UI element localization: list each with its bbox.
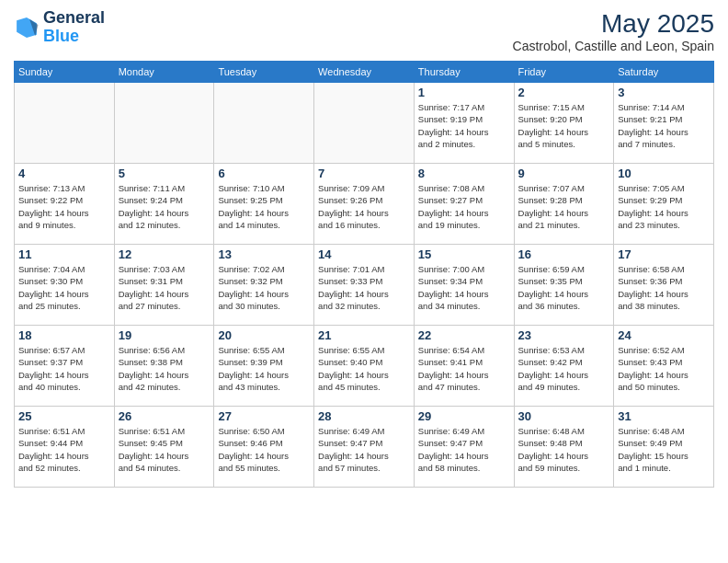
week-row-4: 18Sunrise: 6:57 AM Sunset: 9:37 PM Dayli… [15,326,714,407]
day-number: 21 [318,328,410,342]
day-detail: Sunrise: 7:17 AM Sunset: 9:19 PM Dayligh… [418,101,510,150]
calendar-cell: 20Sunrise: 6:55 AM Sunset: 9:39 PM Dayli… [214,326,314,407]
calendar-cell [214,83,314,164]
day-detail: Sunrise: 6:55 AM Sunset: 9:40 PM Dayligh… [318,344,410,393]
calendar-cell: 30Sunrise: 6:48 AM Sunset: 9:48 PM Dayli… [514,407,614,488]
calendar-body: 1Sunrise: 7:17 AM Sunset: 9:19 PM Daylig… [15,83,714,488]
day-detail: Sunrise: 6:48 AM Sunset: 9:49 PM Dayligh… [618,425,710,474]
main-title: May 2025 [513,9,714,39]
day-number: 10 [618,167,710,180]
day-detail: Sunrise: 7:14 AM Sunset: 9:21 PM Dayligh… [618,101,710,150]
day-detail: Sunrise: 6:57 AM Sunset: 9:37 PM Dayligh… [18,344,110,393]
calendar-cell: 31Sunrise: 6:48 AM Sunset: 9:49 PM Dayli… [614,407,714,488]
day-detail: Sunrise: 7:11 AM Sunset: 9:24 PM Dayligh… [119,182,210,231]
day-number: 9 [518,167,610,180]
calendar-cell [15,83,115,164]
calendar-cell: 13Sunrise: 7:02 AM Sunset: 9:32 PM Dayli… [214,245,314,326]
col-header-saturday: Saturday [614,62,714,83]
calendar-cell: 15Sunrise: 7:00 AM Sunset: 9:34 PM Dayli… [414,245,514,326]
day-detail: Sunrise: 6:51 AM Sunset: 9:45 PM Dayligh… [119,425,210,474]
day-detail: Sunrise: 7:04 AM Sunset: 9:30 PM Dayligh… [18,263,110,312]
day-number: 6 [218,167,310,180]
day-number: 16 [518,247,610,261]
day-detail: Sunrise: 7:03 AM Sunset: 9:31 PM Dayligh… [119,263,210,312]
week-row-2: 4Sunrise: 7:13 AM Sunset: 9:22 PM Daylig… [15,164,714,245]
title-block: May 2025 Castrobol, Castille and Leon, S… [513,9,714,53]
day-detail: Sunrise: 6:55 AM Sunset: 9:39 PM Dayligh… [218,344,310,393]
calendar-cell: 2Sunrise: 7:15 AM Sunset: 9:20 PM Daylig… [514,83,614,164]
calendar-cell: 28Sunrise: 6:49 AM Sunset: 9:47 PM Dayli… [314,407,415,488]
day-number: 5 [119,167,210,180]
day-number: 28 [318,409,410,423]
logo: General Blue [14,9,105,46]
day-detail: Sunrise: 6:53 AM Sunset: 9:42 PM Dayligh… [518,344,610,393]
calendar-cell: 24Sunrise: 6:52 AM Sunset: 9:43 PM Dayli… [614,326,714,407]
col-header-tuesday: Tuesday [214,62,314,83]
calendar-cell: 26Sunrise: 6:51 AM Sunset: 9:45 PM Dayli… [114,407,214,488]
day-detail: Sunrise: 7:13 AM Sunset: 9:22 PM Dayligh… [18,182,110,231]
col-header-sunday: Sunday [15,62,115,83]
day-detail: Sunrise: 7:02 AM Sunset: 9:32 PM Dayligh… [218,263,310,312]
calendar-cell: 21Sunrise: 6:55 AM Sunset: 9:40 PM Dayli… [314,326,415,407]
calendar-cell: 5Sunrise: 7:11 AM Sunset: 9:24 PM Daylig… [114,164,214,245]
day-detail: Sunrise: 6:49 AM Sunset: 9:47 PM Dayligh… [318,425,410,474]
col-header-wednesday: Wednesday [314,62,415,83]
day-detail: Sunrise: 6:59 AM Sunset: 9:35 PM Dayligh… [518,263,610,312]
day-number: 18 [18,328,110,342]
day-number: 1 [418,86,510,99]
day-number: 12 [119,247,210,261]
calendar-cell: 23Sunrise: 6:53 AM Sunset: 9:42 PM Dayli… [514,326,614,407]
calendar-cell: 11Sunrise: 7:04 AM Sunset: 9:30 PM Dayli… [15,245,115,326]
day-detail: Sunrise: 7:09 AM Sunset: 9:26 PM Dayligh… [318,182,410,231]
day-number: 15 [418,247,510,261]
day-number: 7 [318,167,410,180]
calendar-cell: 18Sunrise: 6:57 AM Sunset: 9:37 PM Dayli… [15,326,115,407]
calendar-cell: 17Sunrise: 6:58 AM Sunset: 9:36 PM Dayli… [614,245,714,326]
day-detail: Sunrise: 7:10 AM Sunset: 9:25 PM Dayligh… [218,182,310,231]
day-detail: Sunrise: 6:51 AM Sunset: 9:44 PM Dayligh… [18,425,110,474]
day-detail: Sunrise: 7:00 AM Sunset: 9:34 PM Dayligh… [418,263,510,312]
day-number: 20 [218,328,310,342]
day-detail: Sunrise: 7:05 AM Sunset: 9:29 PM Dayligh… [618,182,710,231]
week-row-1: 1Sunrise: 7:17 AM Sunset: 9:19 PM Daylig… [15,83,714,164]
calendar-cell: 22Sunrise: 6:54 AM Sunset: 9:41 PM Dayli… [414,326,514,407]
day-detail: Sunrise: 7:15 AM Sunset: 9:20 PM Dayligh… [518,101,610,150]
day-detail: Sunrise: 6:50 AM Sunset: 9:46 PM Dayligh… [218,425,310,474]
calendar-cell [314,83,415,164]
calendar-cell: 1Sunrise: 7:17 AM Sunset: 9:19 PM Daylig… [414,83,514,164]
day-number: 13 [218,247,310,261]
calendar-cell: 9Sunrise: 7:07 AM Sunset: 9:28 PM Daylig… [514,164,614,245]
day-detail: Sunrise: 7:08 AM Sunset: 9:27 PM Dayligh… [418,182,510,231]
calendar-cell: 29Sunrise: 6:49 AM Sunset: 9:47 PM Dayli… [414,407,514,488]
calendar-cell: 7Sunrise: 7:09 AM Sunset: 9:26 PM Daylig… [314,164,415,245]
logo-icon [14,15,40,40]
day-number: 25 [18,409,110,423]
day-detail: Sunrise: 6:54 AM Sunset: 9:41 PM Dayligh… [418,344,510,393]
calendar-cell: 19Sunrise: 6:56 AM Sunset: 9:38 PM Dayli… [114,326,214,407]
calendar-cell: 14Sunrise: 7:01 AM Sunset: 9:33 PM Dayli… [314,245,415,326]
day-number: 22 [418,328,510,342]
day-number: 24 [618,328,710,342]
week-row-3: 11Sunrise: 7:04 AM Sunset: 9:30 PM Dayli… [15,245,714,326]
day-number: 14 [318,247,410,261]
calendar-cell: 4Sunrise: 7:13 AM Sunset: 9:22 PM Daylig… [15,164,115,245]
col-header-monday: Monday [114,62,214,83]
header: General Blue May 2025 Castrobol, Castill… [14,9,714,53]
col-header-thursday: Thursday [414,62,514,83]
day-number: 17 [618,247,710,261]
day-detail: Sunrise: 7:01 AM Sunset: 9:33 PM Dayligh… [318,263,410,312]
day-number: 2 [518,86,610,99]
calendar-header: SundayMondayTuesdayWednesdayThursdayFrid… [15,62,714,83]
calendar-cell: 10Sunrise: 7:05 AM Sunset: 9:29 PM Dayli… [614,164,714,245]
day-number: 23 [518,328,610,342]
page: General Blue May 2025 Castrobol, Castill… [0,0,728,563]
calendar: SundayMondayTuesdayWednesdayThursdayFrid… [14,61,714,488]
col-header-friday: Friday [514,62,614,83]
calendar-cell: 25Sunrise: 6:51 AM Sunset: 9:44 PM Dayli… [15,407,115,488]
day-detail: Sunrise: 7:07 AM Sunset: 9:28 PM Dayligh… [518,182,610,231]
day-number: 31 [618,409,710,423]
calendar-cell: 3Sunrise: 7:14 AM Sunset: 9:21 PM Daylig… [614,83,714,164]
day-number: 11 [18,247,110,261]
logo-text: General Blue [43,9,105,46]
day-number: 27 [218,409,310,423]
